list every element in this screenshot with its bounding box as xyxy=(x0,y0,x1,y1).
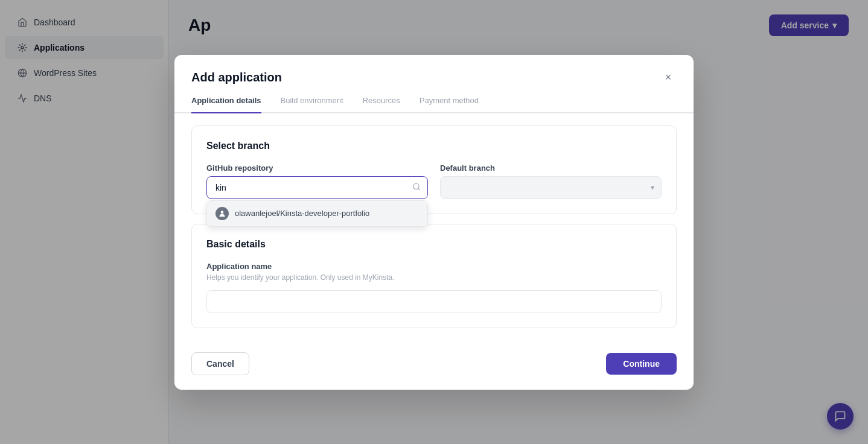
select-branch-title: Select branch xyxy=(206,141,662,151)
modal-body: Select branch GitHub repository xyxy=(174,113,694,343)
app-name-label: Application name xyxy=(206,262,662,271)
modal-header: Add application × xyxy=(174,55,694,96)
tab-build-environment[interactable]: Build environment xyxy=(281,96,343,112)
repo-suggestion-dropdown: olawanlejoel/Kinsta-developer-portfolio xyxy=(206,200,428,227)
github-repo-input-wrapper: olawanlejoel/Kinsta-developer-portfolio xyxy=(206,176,428,199)
modal-title: Add application xyxy=(191,71,282,84)
add-application-modal: Add application × Application details Bu… xyxy=(174,55,694,390)
svg-point-2 xyxy=(413,183,419,189)
github-repo-group: GitHub repository xyxy=(206,163,428,199)
default-branch-input xyxy=(440,176,662,199)
basic-details-title: Basic details xyxy=(206,239,662,250)
branch-form-row: GitHub repository xyxy=(206,163,662,199)
modal-overlay: Add application × Application details Bu… xyxy=(0,0,868,444)
suggestion-repo-name: olawanlejoel/Kinsta-developer-portfolio xyxy=(235,209,369,218)
tab-application-details[interactable]: Application details xyxy=(191,96,261,112)
close-icon: × xyxy=(665,71,672,84)
tab-payment-method[interactable]: Payment method xyxy=(420,96,479,112)
basic-details-section: Basic details Application name Helps you… xyxy=(191,224,677,328)
default-branch-label: Default branch xyxy=(440,163,662,173)
continue-button[interactable]: Continue xyxy=(606,353,677,375)
svg-line-3 xyxy=(418,188,420,190)
cancel-button[interactable]: Cancel xyxy=(191,352,249,375)
default-branch-group: Default branch ▾ xyxy=(440,163,662,199)
suggestion-avatar xyxy=(215,207,229,220)
search-icon xyxy=(412,182,421,192)
select-branch-section: Select branch GitHub repository xyxy=(191,125,677,214)
app-name-input[interactable] xyxy=(206,290,662,313)
modal-footer: Cancel Continue xyxy=(174,343,694,390)
github-repo-input[interactable] xyxy=(206,176,428,199)
tab-resources[interactable]: Resources xyxy=(363,96,400,112)
suggestion-item[interactable]: olawanlejoel/Kinsta-developer-portfolio xyxy=(207,201,427,226)
default-branch-input-wrapper: ▾ xyxy=(440,176,662,199)
modal-tabs: Application details Build environment Re… xyxy=(174,96,694,113)
app-name-hint: Helps you identify your application. Onl… xyxy=(206,273,662,282)
svg-point-4 xyxy=(221,211,224,214)
chevron-down-icon: ▾ xyxy=(651,183,654,192)
github-repo-label: GitHub repository xyxy=(206,163,428,173)
modal-close-button[interactable]: × xyxy=(660,69,677,86)
app-name-group: Application name Helps you identify your… xyxy=(206,262,662,313)
